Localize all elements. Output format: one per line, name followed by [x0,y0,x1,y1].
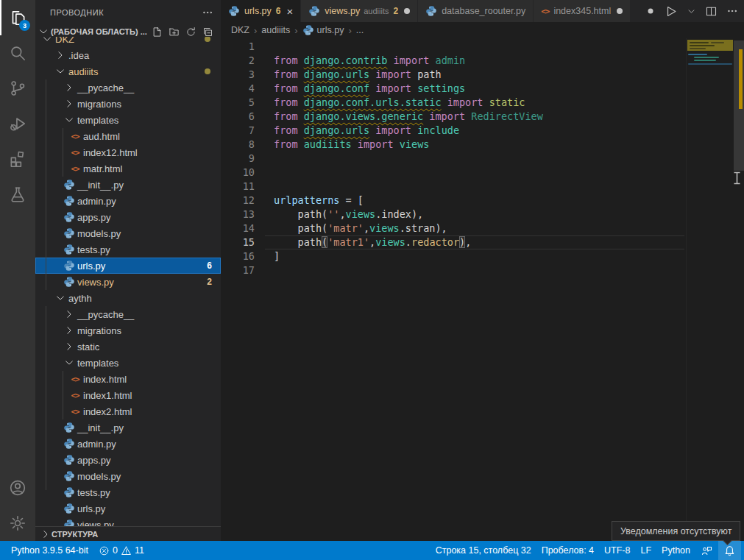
tree-item-urls.py[interactable]: urls.py6 [35,258,221,274]
code-line-3[interactable]: 3from django.urls import path [221,68,734,82]
problems-item[interactable]: 0 11 [93,541,149,560]
breadcrumb-item-...[interactable]: ... [356,25,364,35]
code-line-8[interactable]: 8from audiiits import views [221,138,734,152]
tree-item-templates[interactable]: templates [35,112,221,128]
tab-index345.html[interactable]: <>index345.html [534,0,630,22]
eol-item[interactable]: LF [635,541,656,560]
code-line-12[interactable]: 12urlpatterns = [ [221,194,734,208]
tree-item-views.py[interactable]: views.py [35,517,221,527]
breadcrumb-item-urls.py[interactable]: urls.py [302,24,344,36]
tree-item-migrations[interactable]: migrations [35,322,221,339]
modified-dot-icon [205,68,210,74]
new-file-icon[interactable] [152,26,163,38]
sidebar-title-row: ПРОВОДНИК [35,0,221,25]
tree-item-DKZ[interactable]: DKZ [35,37,221,47]
outline-section-header[interactable]: СТРУКТУРА [35,526,221,541]
more-icon[interactable] [726,5,738,17]
tree-item-__pycache__[interactable]: __pycache__ [35,79,221,96]
breadcrumb-item-audiiits[interactable]: audiiits [261,25,290,35]
language-mode-item[interactable]: Python [656,541,695,560]
activity-item-settings[interactable] [0,506,35,541]
code-line-6[interactable]: 6from django.views.generic import Redire… [221,110,734,124]
code-line-15[interactable]: 15 path('matr1',views.redactor), [221,235,734,249]
line-number: 5 [221,96,255,110]
activity-item-account[interactable] [0,470,35,506]
tree-item-aythh[interactable]: aythh [35,290,221,306]
minimap[interactable] [686,38,734,539]
indentation-item[interactable]: Пробелов: 4 [536,541,599,560]
breadcrumb-label: audiiits [261,25,290,35]
tree-item-tests.py[interactable]: tests.py [35,241,221,258]
sidebar-more-icon[interactable] [202,7,213,18]
tree-item-migrations[interactable]: migrations [35,96,221,112]
tree-item-apps.py[interactable]: apps.py [35,209,221,225]
activity-item-testing[interactable] [0,177,35,212]
tree-item-label: apps.py [77,212,111,223]
code-line-13[interactable]: 13 path('',views.index), [221,208,734,221]
activity-item-explorer[interactable]: 3 [0,0,35,35]
run-icon[interactable] [664,4,678,18]
eol-label: LF [640,545,651,556]
python-interpreter-item[interactable]: Python 3.9.5 64-bit [6,541,93,560]
line-number: 13 [221,208,255,221]
breadcrumb-item-DKZ[interactable]: DKZ [231,25,249,35]
tree-item-__init__.py[interactable]: __init__.py [35,419,221,436]
tab-urls.py[interactable]: urls.py6× [221,0,300,22]
chevron-down-small-icon[interactable] [687,7,696,16]
tree-item-templates[interactable]: templates [35,355,221,371]
sidebar-title: ПРОВОДНИК [50,8,104,17]
tree-item-__pycache__[interactable]: __pycache__ [35,306,221,322]
activity-item-run-debug[interactable] [0,106,35,141]
cursor-position-item[interactable]: Строка 15, столбец 32 [431,541,536,560]
encoding-item[interactable]: UTF-8 [599,541,635,560]
tree-item-urls.py[interactable]: urls.py [35,500,221,517]
code-editor[interactable]: 12from django.contrib import admin3from … [221,38,734,541]
code-line-9[interactable]: 9 [221,152,734,166]
tree-item-admin.py[interactable]: admin.py [35,436,221,452]
tree-item-apps.py[interactable]: apps.py [35,452,221,468]
split-editor-icon[interactable] [705,5,718,18]
line-number: 7 [221,124,255,138]
line-number: 10 [221,166,255,180]
status-bar: Python 3.9.5 64-bit 0 11 Строка 15, стол… [0,541,744,560]
new-folder-icon[interactable] [169,26,180,38]
tab-database_roouter.py[interactable]: database_roouter.py [418,0,533,22]
code-line-11[interactable]: 11 [221,180,734,194]
chevron-right-icon [54,49,66,61]
editor-scrollbar[interactable] [734,0,744,541]
code-line-1[interactable]: 1 [221,40,734,54]
code-text: from django.views.generic import Redirec… [274,110,543,124]
activity-item-extensions[interactable] [0,141,35,177]
code-line-16[interactable]: 16] [221,249,734,263]
tree-item-views.py[interactable]: views.py2 [35,274,221,290]
refresh-icon[interactable] [185,26,196,38]
activity-bar: 3 [0,0,35,541]
tree-item-admin.py[interactable]: admin.py [35,193,221,209]
tree-item-audiiits[interactable]: audiiits [35,63,221,79]
code-line-7[interactable]: 7from django.urls import include [221,124,734,138]
tab-views.py[interactable]: views.pyaudiiits2 [301,0,417,22]
close-icon[interactable]: × [287,6,294,17]
tree-item-label: index.html [83,374,127,385]
code-line-14[interactable]: 14 path('matr',views.stran), [221,221,734,235]
code-line-2[interactable]: 2from django.contrib import admin [221,54,734,68]
code-line-5[interactable]: 5from django.conf.urls.static import sta… [221,96,734,110]
notifications-bell-item[interactable] [718,541,741,560]
outline-label: СТРУКТУРА [52,530,98,539]
text-cursor-pointer-icon [732,171,742,185]
tree-item-models.py[interactable]: models.py [35,225,221,241]
collapse-all-icon[interactable] [202,26,213,38]
tree-item-.idea[interactable]: .idea [35,47,221,63]
activity-item-search[interactable] [0,35,35,71]
tree-item-label: __init__.py [77,180,124,191]
tree-item-models.py[interactable]: models.py [35,468,221,484]
feedback-item[interactable] [695,541,718,560]
tree-item-__init__.py[interactable]: __init__.py [35,177,221,193]
tree-item-label: migrations [77,99,121,110]
activity-item-source-control[interactable] [0,71,35,106]
code-line-10[interactable]: 10 [221,166,734,180]
code-line-17[interactable]: 17 [221,263,734,277]
tree-item-static[interactable]: static [35,339,221,355]
tree-item-tests.py[interactable]: tests.py [35,484,221,500]
code-line-4[interactable]: 4from django.conf import settings [221,82,734,96]
